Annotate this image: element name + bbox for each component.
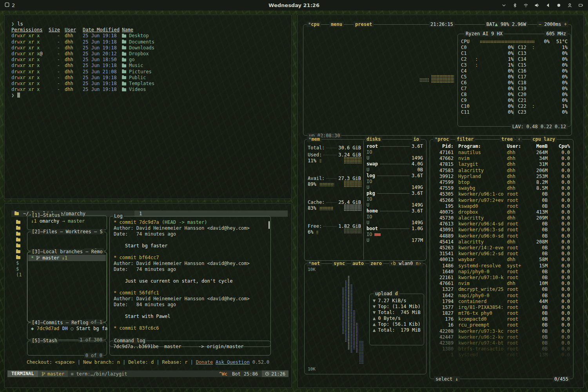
process-row[interactable]: 47583alacrittydhh206M0.0 bbox=[430, 168, 573, 174]
wifi-icon[interactable] bbox=[523, 3, 528, 8]
clock[interactable]: Wednesday 21:26 bbox=[269, 2, 319, 8]
ask-question-link[interactable]: Ask Question bbox=[216, 359, 250, 365]
file-row[interactable]: drwxr xr x-dhh25 Jun 21:08Pictures bbox=[11, 69, 292, 75]
commit-line[interactable]: * commit 56fdfc1 bbox=[114, 290, 270, 296]
file-row[interactable]: drwxr xr x-dhh25 Jun 18:50go bbox=[11, 57, 292, 63]
process-name: kworker/u97:2+ev bbox=[454, 198, 507, 203]
io-tab[interactable]: io bbox=[412, 136, 421, 142]
commit-line[interactable]: * commit 7dc9d7a (HEAD -> master) bbox=[114, 220, 270, 225]
process-row[interactable]: 16rcu_preemptroot0B0.0 bbox=[430, 322, 573, 328]
process-row[interactable]: 1systemdroot13M0.0 bbox=[430, 352, 573, 358]
terminal-window-files[interactable]: ❯ls Permissions Size User Date Modified … bbox=[4, 15, 292, 199]
process-row[interactable]: 1380btrfs-transactioroot0B0.0 bbox=[430, 346, 573, 352]
folder-icon bbox=[16, 225, 25, 231]
process-row[interactable]: 22161kworker/u97:10-kroot0B0.0 bbox=[430, 275, 573, 281]
process-row[interactable]: 47559swaybgdhh8.5M0.0 bbox=[430, 185, 573, 191]
proc-tab[interactable]: *proc bbox=[433, 136, 450, 142]
lazygit-commits-panel[interactable]: [4]—Commits — Reflog ◆ 7dc9d7ad DH ○ Sta… bbox=[27, 323, 107, 340]
process-row[interactable]: 43091kworker/u96:3-sdroot0B0.0 bbox=[430, 227, 573, 233]
tree-toggle[interactable]: tree bbox=[500, 136, 514, 142]
volume-icon[interactable] bbox=[534, 3, 539, 8]
auto-toggle[interactable]: auto bbox=[351, 261, 365, 266]
process-row[interactable]: 42447kworker/u96:2-kvroot0B0.0 bbox=[430, 334, 573, 340]
filter-button[interactable]: filter bbox=[455, 136, 475, 142]
commit-line[interactable]: * commit bf64cc7 bbox=[114, 255, 270, 261]
lazygit-stash-panel[interactable]: [5]—Stash 0 of 0 bbox=[27, 341, 107, 356]
sort-prev-button[interactable]: ‹ bbox=[516, 136, 522, 142]
process-mem: 0B bbox=[530, 245, 548, 251]
preset-button[interactable]: preset bbox=[354, 22, 374, 27]
process-row[interactable]: 47661nvimdhh10M0.0 bbox=[430, 281, 573, 287]
help-item[interactable]: New branch: n bbox=[83, 359, 120, 365]
select-hint[interactable]: select ↓ bbox=[434, 376, 460, 382]
process-row[interactable]: 1486systemd-resolvesyst+15M0.0 bbox=[430, 263, 573, 269]
zero-toggle[interactable]: zero bbox=[369, 261, 383, 266]
net-tab[interactable]: *net bbox=[307, 261, 321, 266]
file-row[interactable]: drwxr xr x-dhh25 Jun 19:18Desktop bbox=[11, 33, 292, 39]
file-row[interactable]: drwxr xr x-dhh25 Jun 19:18Public bbox=[11, 75, 292, 81]
donate-link[interactable]: Donate bbox=[196, 359, 213, 365]
terminal-window-lazygit[interactable]: ~/.local/share/omarchy 1 $$(1 [1]—Status… bbox=[4, 203, 292, 388]
process-row[interactable]: 195kswapd0root0B0.0 bbox=[430, 203, 573, 209]
lazygit-log-panel[interactable]: Log * commit 7dc9d7a (HEAD -> master)Aut… bbox=[109, 216, 271, 347]
process-row[interactable]: 47662nvimdhh34M0.0 bbox=[430, 156, 573, 162]
process-row[interactable]: 1577irq/81-PIXA3854:root0B0.0 bbox=[430, 305, 573, 310]
sort-selector[interactable]: cpu lazy bbox=[531, 136, 557, 142]
battery-icon[interactable] bbox=[578, 3, 583, 8]
process-row[interactable]: 39912Hyprlanddhh253M0.0 bbox=[430, 174, 573, 180]
file-row[interactable]: drwxr xr x-dhh25 Jun 19:18Music bbox=[11, 63, 292, 69]
process-row[interactable]: 1794containerdroot44M0.0 bbox=[430, 299, 573, 305]
process-row[interactable]: 45263kworker/14:2-everoot0B0.0 bbox=[430, 245, 573, 251]
file-row[interactable]: drwxr xr x@-dhh25 Jun 20:12Dropbox bbox=[11, 51, 292, 57]
account-icon[interactable] bbox=[567, 3, 572, 8]
sync-toggle[interactable]: sync bbox=[332, 261, 347, 266]
file-row[interactable]: drwxr xr x-dhh25 Jun 19:18Templates bbox=[11, 81, 292, 87]
process-row[interactable]: 1327dmcrypt_write/25root0B0.0 bbox=[430, 287, 573, 292]
process-row[interactable]: 176kcompactd0root0B0.0 bbox=[430, 316, 573, 322]
disks-tab[interactable]: disks bbox=[365, 136, 382, 142]
lazygit-branches-panel[interactable]: [3]—Local branches — Remo * master ↓1 1 … bbox=[27, 252, 107, 322]
shell-input-line[interactable]: ❯ bbox=[11, 93, 292, 98]
process-row[interactable]: 1640napi/phy0-0root0B0.0 bbox=[430, 269, 573, 275]
process-row[interactable]: 45266kworker/u97:2+evroot0B0.0 bbox=[430, 198, 573, 203]
process-row[interactable]: 40075dropboxdhh413M0.0 bbox=[430, 209, 573, 215]
process-row[interactable]: 45414alacrittydhh208M0.0 bbox=[430, 239, 573, 245]
file-row[interactable]: drwxr xr x-dhh25 Jun 19:18Videos bbox=[11, 87, 292, 93]
process-row[interactable]: 40013waybardhh58M0.0 bbox=[430, 257, 573, 263]
record-icon[interactable] bbox=[556, 3, 561, 8]
lazygit-files-panel[interactable]: [2]—Files — Worktrees — S 0 of 0 bbox=[27, 232, 107, 251]
disk-size: 4.0G bbox=[412, 161, 423, 167]
process-row[interactable]: 47161nautilusdhh264M0.0 bbox=[430, 150, 573, 156]
process-row[interactable]: 31541kworker/u96:2-sdroot0B0.0 bbox=[430, 251, 573, 257]
lazygit-status-panel[interactable]: [1]—Status ↓1 omarchy → master bbox=[27, 215, 107, 230]
process-row[interactable]: 47599btopdhh8.2M0.0 bbox=[430, 180, 573, 185]
tray-expand-icon[interactable] bbox=[501, 3, 506, 8]
process-row[interactable]: 42389kworker/u97:4-btroot0B0.0 bbox=[430, 340, 573, 346]
cpu-tab[interactable]: *cpu bbox=[307, 22, 321, 27]
process-row[interactable]: 45305kworker/u96:1-coroot0B0.0 bbox=[430, 191, 573, 197]
media-prev-icon[interactable] bbox=[545, 3, 550, 8]
process-row[interactable]: 47613kworker/u96:4-sdroot0B0.0 bbox=[430, 221, 573, 227]
disk-used-label: U bbox=[367, 220, 369, 226]
process-row[interactable]: 1827mt76-tx phy0root0B0.0 bbox=[430, 310, 573, 316]
file-row[interactable]: drwxr xr x-dhh25 Jun 19:18Downloads bbox=[11, 45, 292, 51]
process-row[interactable]: 44889kworker/u96:0-sdroot0B0.0 bbox=[430, 233, 573, 239]
workspace-indicator[interactable]: 2 bbox=[5, 2, 15, 8]
statusline-branch[interactable]: master bbox=[38, 370, 68, 377]
scrollbar-thumb[interactable] bbox=[269, 221, 270, 229]
process-row[interactable]: 42208kworker/u97:3-kcroot0B0.0 bbox=[430, 328, 573, 334]
process-row[interactable]: 45730alacrittydhh209M0.0 bbox=[430, 215, 573, 221]
commit-line[interactable]: * commit 83fc6c6 bbox=[114, 325, 270, 331]
file-row[interactable]: drwxr xr x-dhh25 Jun 19:18Documents bbox=[11, 39, 292, 45]
interface-selector[interactable]: ‹b wlan0 n› bbox=[389, 261, 423, 266]
update-interval[interactable]: − 2000ms + bbox=[537, 22, 568, 27]
help-item[interactable]: Checkout: <space> bbox=[27, 359, 75, 365]
btop-window[interactable]: *cpu menu preset 21:26:15 BAT▲ 98% 2.96W… bbox=[297, 15, 584, 388]
process-row[interactable]: 47815lazygitdhh31M0.0 bbox=[430, 162, 573, 167]
process-row[interactable]: 1642napi/phy0-0root0B0.0 bbox=[430, 293, 573, 299]
menu-button[interactable]: menu bbox=[329, 22, 344, 27]
branch-row-master[interactable]: * master ↓1 bbox=[28, 255, 106, 261]
help-item[interactable]: Delete: d bbox=[128, 359, 154, 365]
help-item[interactable]: Rebase: r bbox=[162, 359, 187, 365]
bluetooth-icon[interactable] bbox=[512, 3, 517, 8]
